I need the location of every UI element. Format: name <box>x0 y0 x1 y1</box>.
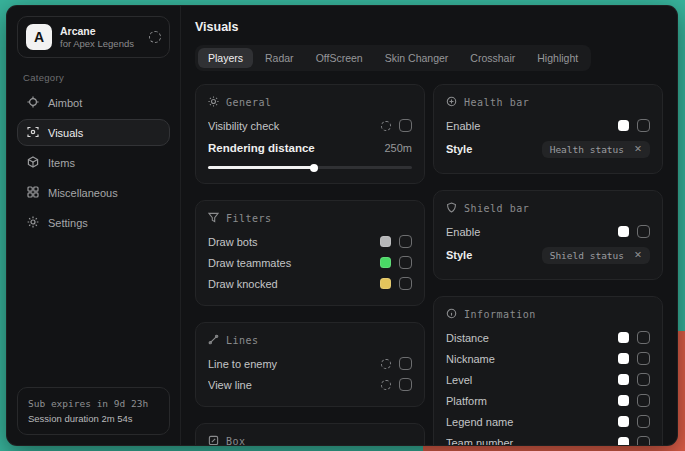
draw-knocked-checkbox[interactable] <box>399 277 412 290</box>
distance-checkbox[interactable] <box>637 331 650 344</box>
tab-offscreen[interactable]: OffScreen <box>306 48 373 68</box>
color-swatch[interactable] <box>618 120 629 131</box>
view-line-checkbox[interactable] <box>399 378 412 391</box>
sidebar-item-label: Miscellaneous <box>48 187 118 199</box>
sidebar: A Arcane for Apex Legends Category Aimbo… <box>7 6 181 445</box>
gear-icon[interactable] <box>149 31 161 43</box>
general-card: General Visibility check Rendering dista… <box>195 84 425 184</box>
shield-style-row: Style Shield status ✕ <box>446 242 650 268</box>
health-bar-section-header: Health bar <box>446 96 650 109</box>
shield-enable-row: Enable <box>446 221 650 242</box>
tab-players[interactable]: Players <box>198 48 253 68</box>
platform-checkbox[interactable] <box>637 394 650 407</box>
section-title: Box <box>226 436 246 445</box>
color-swatch[interactable] <box>618 353 629 364</box>
lines-section-header: Lines <box>208 334 412 347</box>
section-title: Shield bar <box>464 203 529 214</box>
sidebar-item-miscellaneous[interactable]: Miscellaneous <box>17 179 170 206</box>
sidebar-item-visuals[interactable]: Visuals <box>17 119 170 146</box>
row-label: Rendering distance <box>208 142 384 154</box>
select-value: Health status <box>550 144 624 155</box>
sidebar-nav: Aimbot Visuals Items Miscellaneous <box>17 89 170 236</box>
row-label: Nickname <box>446 353 618 365</box>
slider-knob[interactable] <box>310 164 318 172</box>
app-window: A Arcane for Apex Legends Category Aimbo… <box>6 5 678 446</box>
color-swatch[interactable] <box>618 416 629 427</box>
app-header-card: A Arcane for Apex Legends <box>17 16 170 58</box>
lines-card: Lines Line to enemy View line <box>195 322 425 407</box>
line-to-enemy-checkbox[interactable] <box>399 357 412 370</box>
x-icon[interactable]: ✕ <box>634 250 642 260</box>
page-title: Visuals <box>195 20 663 34</box>
tab-radar[interactable]: Radar <box>255 48 304 68</box>
sidebar-item-settings[interactable]: Settings <box>17 209 170 236</box>
color-swatch[interactable] <box>618 395 629 406</box>
section-title: Filters <box>226 213 272 224</box>
app-title: Arcane <box>60 25 141 38</box>
color-swatch[interactable] <box>380 236 391 247</box>
row-label: View line <box>208 379 381 391</box>
eye-scan-icon <box>27 126 39 140</box>
platform-row: Platform <box>446 390 650 411</box>
app-subtitle: for Apex Legends <box>60 38 141 50</box>
sidebar-item-label: Visuals <box>48 127 83 139</box>
sidebar-item-label: Items <box>48 157 75 169</box>
row-label: Team number <box>446 437 618 446</box>
filters-section-header: Filters <box>208 212 412 225</box>
color-swatch[interactable] <box>618 374 629 385</box>
layout-grid-icon <box>27 186 39 200</box>
box-card: Box Enable Enable background <box>195 423 425 445</box>
filters-card: Filters Draw bots Draw teammates <box>195 200 425 306</box>
app-logo: A <box>26 24 52 50</box>
gear-icon[interactable] <box>381 380 391 390</box>
shield-enable-checkbox[interactable] <box>637 225 650 238</box>
color-swatch[interactable] <box>618 226 629 237</box>
sidebar-item-label: Aimbot <box>48 97 82 109</box>
color-swatch[interactable] <box>380 257 391 268</box>
line-to-enemy-row: Line to enemy <box>208 353 412 374</box>
draw-teammates-row: Draw teammates <box>208 252 412 273</box>
section-title: Information <box>464 309 536 320</box>
color-swatch[interactable] <box>618 332 629 343</box>
rendering-distance-row: Rendering distance 250m <box>208 138 412 158</box>
level-checkbox[interactable] <box>637 373 650 386</box>
visuals-tab-bar: Players Radar OffScreen Skin Changer Cro… <box>195 45 591 71</box>
information-section-header: Information <box>446 308 650 321</box>
legend-name-checkbox[interactable] <box>637 415 650 428</box>
rendering-distance-slider[interactable] <box>208 166 412 169</box>
health-enable-checkbox[interactable] <box>637 119 650 132</box>
visibility-check-row: Visibility check <box>208 115 412 136</box>
sidebar-item-label: Settings <box>48 217 88 229</box>
draw-bots-row: Draw bots <box>208 231 412 252</box>
nickname-checkbox[interactable] <box>637 352 650 365</box>
legend-name-row: Legend name <box>446 411 650 432</box>
info-icon <box>446 308 457 321</box>
row-label: Level <box>446 374 618 386</box>
tab-highlight[interactable]: Highlight <box>527 48 588 68</box>
information-card: Information Distance Nickname Level <box>433 296 663 445</box>
tab-skin-changer[interactable]: Skin Changer <box>375 48 459 68</box>
visibility-check-checkbox[interactable] <box>399 119 412 132</box>
draw-bots-checkbox[interactable] <box>399 235 412 248</box>
health-style-select[interactable]: Health status ✕ <box>542 141 650 158</box>
section-title: Lines <box>226 335 259 346</box>
gear-icon <box>27 216 39 230</box>
row-label: Draw teammates <box>208 257 380 269</box>
tab-crosshair[interactable]: Crosshair <box>460 48 525 68</box>
health-enable-row: Enable <box>446 115 650 136</box>
row-label: Distance <box>446 332 618 344</box>
level-row: Level <box>446 369 650 390</box>
draw-teammates-checkbox[interactable] <box>399 256 412 269</box>
x-icon[interactable]: ✕ <box>634 144 642 154</box>
sidebar-item-items[interactable]: Items <box>17 149 170 176</box>
sidebar-item-aimbot[interactable]: Aimbot <box>17 89 170 116</box>
shield-style-select[interactable]: Shield status ✕ <box>542 247 650 264</box>
gear-icon[interactable] <box>381 121 391 131</box>
draw-knocked-row: Draw knocked <box>208 273 412 294</box>
color-swatch[interactable] <box>380 278 391 289</box>
category-label: Category <box>23 72 164 83</box>
team-number-checkbox[interactable] <box>637 436 650 445</box>
select-value: Shield status <box>550 250 624 261</box>
color-swatch[interactable] <box>618 437 629 445</box>
gear-icon[interactable] <box>381 359 391 369</box>
